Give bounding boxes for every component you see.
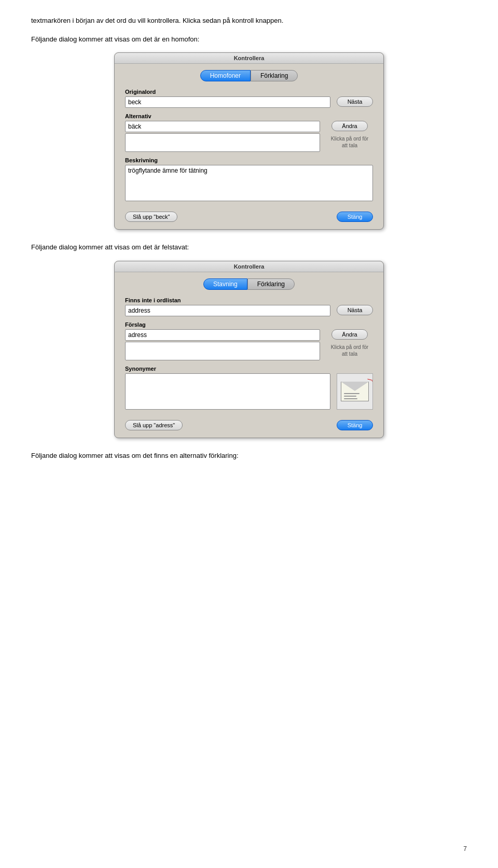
dialog-stavning-footer: Slå upp "adress" Stäng <box>115 415 383 430</box>
dialog-stavning-titlebar: Kontrollera <box>115 261 383 272</box>
originalord-label: Originalord <box>125 89 373 95</box>
dialog-homofon-titlebar: Kontrollera <box>115 53 383 64</box>
finns-input[interactable] <box>125 305 330 316</box>
nasta-button-2[interactable]: Nästa <box>337 305 373 315</box>
forslag-extra-input[interactable] <box>125 342 320 360</box>
intro-text-3: Följande dialog kommer att visas om det … <box>31 242 467 253</box>
originalord-group: Originalord Nästa <box>125 89 373 108</box>
synonymer-group: Synonymer → <box>125 366 373 410</box>
alternativ-extra-input[interactable] <box>125 133 320 152</box>
intro-text-1: textmarkören i början av det ord du vill… <box>31 16 467 26</box>
tab-stavning[interactable]: Stavning <box>203 278 247 290</box>
andra-button-1[interactable]: Ändra <box>331 121 368 131</box>
lookup-button-2[interactable]: Slå upp "adress" <box>125 420 183 430</box>
finns-label: Finns inte i ordlistan <box>125 297 373 303</box>
lookup-button-1[interactable]: Slå upp "beck" <box>125 212 177 222</box>
forslag-group: Förslag Ändra Klicka på ord föratt tala <box>125 321 373 360</box>
click-hint-1: Klicka på ord föratt tala <box>331 135 368 149</box>
alternativ-group: Alternativ Ändra Klicka på ord föratt ta… <box>125 113 373 152</box>
dialog-homofon-footer: Slå upp "beck" Stäng <box>115 206 383 222</box>
originalord-input[interactable] <box>125 96 330 108</box>
andra-button-2[interactable]: Ändra <box>331 329 368 340</box>
page-number: 7 <box>463 845 467 852</box>
tab-forklaring-2[interactable]: Förklaring <box>247 278 295 290</box>
finns-group: Finns inte i ordlistan Nästa <box>125 297 373 316</box>
synonymer-label: Synonymer <box>125 366 373 372</box>
tab-homofoner[interactable]: Homofoner <box>200 70 251 81</box>
intro-text-2: Följande dialog kommer att visas om det … <box>31 34 467 45</box>
beskrivning-label: Beskrivning <box>125 157 373 163</box>
click-hint-2: Klicka på ord föratt tala <box>331 344 368 357</box>
tab-forklaring-1[interactable]: Förklaring <box>251 70 298 81</box>
alternativ-label: Alternativ <box>125 113 373 119</box>
synonymer-input[interactable] <box>125 373 330 410</box>
dialog-stavning: Kontrollera Stavning Förklaring Finns in… <box>31 261 467 438</box>
nasta-button-1[interactable]: Nästa <box>337 96 373 107</box>
forslag-label: Förslag <box>125 321 373 328</box>
alternativ-input[interactable] <box>125 121 320 132</box>
stang-button-2[interactable]: Stäng <box>337 420 373 430</box>
dialog-homofon: Kontrollera Homofoner Förklaring Origina… <box>31 52 467 230</box>
envelope-image: → <box>337 373 373 410</box>
stang-button-1[interactable]: Stäng <box>337 212 373 222</box>
tab-bar-stavning: Stavning Förklaring <box>125 278 373 290</box>
intro-text-4: Följande dialog kommer att visas om det … <box>31 451 467 461</box>
forslag-input[interactable] <box>125 329 320 341</box>
beskrivning-group: Beskrivning trögflytande ämne för tätnin… <box>125 157 373 201</box>
tab-bar-homofon: Homofoner Förklaring <box>125 70 373 81</box>
beskrivning-input[interactable]: trögflytande ämne för tätning <box>125 165 373 201</box>
